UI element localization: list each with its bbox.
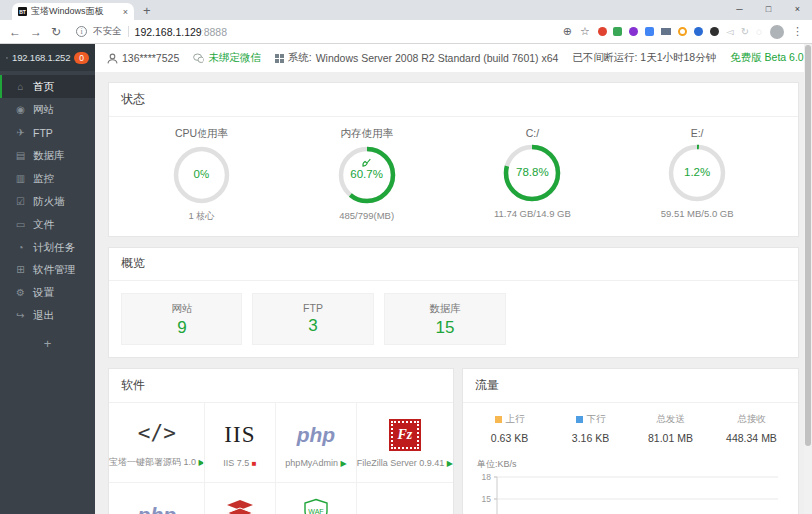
- wechat-bind-link[interactable]: 未绑定微信: [208, 51, 261, 65]
- overview-stat-数据库[interactable]: 数据库 15: [384, 293, 506, 345]
- wechat-bind[interactable]: 未绑定微信: [193, 51, 261, 65]
- sidebar-item-label: FTP: [33, 127, 53, 139]
- software-item[interactable]: Fz FileZilla Server 0.9.41 ▶: [357, 403, 453, 483]
- filezilla-icon: Fz: [391, 421, 419, 449]
- extension-icon[interactable]: [598, 27, 607, 36]
- software-name: IIS 7.5 ■: [223, 458, 256, 468]
- sidebar-item-计划任务[interactable]: ◔ 计划任务: [0, 236, 95, 258]
- stat-value: 15: [385, 318, 505, 338]
- software-item[interactable]: php phpMyAdmin ▶: [276, 403, 357, 483]
- server-selector[interactable]: 192.168.1.252 0: [0, 44, 95, 71]
- forward-icon[interactable]: →: [30, 25, 42, 39]
- legend-label: 总发送: [656, 413, 685, 426]
- sidebar-item-防火墙[interactable]: ☑ 防火墙: [0, 190, 95, 213]
- message-badge[interactable]: 0: [74, 52, 89, 64]
- sidebar-item-数据库[interactable]: ▤ 数据库: [0, 144, 95, 167]
- user-account[interactable]: 136****7525: [107, 52, 179, 64]
- sidebar-item-首页[interactable]: ⌂ 首页: [0, 75, 95, 98]
- minimize-button[interactable]: ─: [725, 0, 754, 19]
- svg-text:15: 15: [482, 494, 492, 504]
- server-ip: 192.168.1.252: [12, 52, 70, 63]
- stat-label: FTP: [253, 302, 373, 314]
- running-icon: ▶: [199, 458, 204, 467]
- software-item[interactable]: WAF 宝塔IIS防火墙 1.0 ▶: [276, 483, 357, 514]
- window-controls: ─ □ ×: [725, 0, 812, 19]
- legend-item: 上行 0.63 KB: [469, 413, 550, 444]
- software-name: FileZilla Server 0.9.41 ▶: [357, 458, 453, 468]
- extension-icon[interactable]: [661, 28, 671, 35]
- sidebar-item-FTP[interactable]: ✈ FTP: [0, 121, 95, 144]
- overview-title: 概览: [109, 248, 798, 281]
- toolbar-right: ⊕ ☆ ◅↻◌ ⋮: [563, 25, 803, 39]
- sidebar-item-网站[interactable]: ◉ 网站: [0, 98, 95, 121]
- svg-text:WAF: WAF: [308, 508, 323, 514]
- software-item[interactable]: php PHP-5.2 ▶: [109, 483, 205, 514]
- system-label: 系统:: [288, 51, 312, 65]
- sidebar-item-label: 数据库: [33, 149, 65, 163]
- browser-tab[interactable]: BT 宝塔Windows面板 ×: [12, 3, 134, 20]
- extension-icon[interactable]: [613, 27, 622, 36]
- add-server-button[interactable]: +: [0, 336, 95, 351]
- sidebar-item-文件[interactable]: ▭ 文件: [0, 213, 95, 236]
- dashboard-content: 状态 CPU使用率 0% 1 核心 内存使用率 60.7% 485/799(MB…: [95, 72, 812, 514]
- sidebar-item-软件管理[interactable]: ⊞ 软件管理: [0, 258, 95, 281]
- gauge-value: 1.2%: [668, 166, 726, 178]
- extension-icon[interactable]: [645, 27, 654, 36]
- sidebar-item-label: 文件: [33, 218, 54, 232]
- scrollbar-thumb[interactable]: [805, 45, 811, 446]
- maximize-button[interactable]: □: [754, 0, 783, 19]
- zoom-icon[interactable]: ⊕: [563, 25, 572, 38]
- bookmark-star-icon[interactable]: ☆: [580, 25, 590, 38]
- legend-value: 3.16 KB: [550, 432, 630, 444]
- stat-value: 9: [122, 318, 241, 338]
- wechat-icon: [193, 53, 204, 64]
- software-item[interactable]: redis 1.0 ▶: [205, 483, 276, 514]
- sidebar-item-监控[interactable]: ▥ 监控: [0, 167, 95, 190]
- extension-icon[interactable]: [710, 27, 719, 36]
- extension-icon[interactable]: [629, 27, 638, 36]
- close-button[interactable]: ×: [783, 0, 812, 19]
- firewall-icon: ☑: [15, 196, 26, 207]
- extension-icon[interactable]: ↻: [741, 27, 749, 36]
- gauge-detail: 11.74 GB/14.9 GB: [467, 208, 597, 219]
- software-card: 软件 </> 宝塔一键部署源码 1.0 ▶ IIS IIS 7.5 ■ php …: [108, 368, 454, 514]
- files-icon: ▭: [15, 219, 26, 230]
- tab-close-icon[interactable]: ×: [123, 7, 128, 17]
- sidebar-item-label: 监控: [33, 172, 54, 186]
- url-text: 192.168.1.129:8888: [135, 26, 227, 38]
- chart-unit-label: 单位:KB/s: [477, 458, 798, 471]
- gauge-E:/: E:/ 1.2% 59.51 MB/5.0 GB: [632, 127, 762, 223]
- php-icon: php: [297, 423, 335, 447]
- browser-toolbar: ← → ↻ i 不安全 192.168.1.129:8888 ⊕ ☆ ◅↻◌ ⋮: [0, 20, 812, 44]
- address-bar[interactable]: i 不安全 192.168.1.129:8888: [70, 24, 554, 39]
- extension-icon[interactable]: [678, 27, 687, 36]
- gauge-ring: 60.7%: [338, 146, 396, 204]
- sidebar-item-label: 退出: [33, 309, 54, 323]
- sidebar-item-设置[interactable]: ⚙ 设置: [0, 281, 95, 304]
- iis-icon: IIS: [224, 422, 255, 448]
- chrome-menu-icon[interactable]: ⋮: [792, 25, 803, 38]
- running-icon: ▶: [447, 459, 453, 468]
- extension-icon[interactable]: ◌: [756, 27, 762, 36]
- reload-icon[interactable]: ↻: [51, 25, 61, 39]
- extension-icon[interactable]: [694, 27, 703, 36]
- overview-stat-网站[interactable]: 网站 9: [121, 293, 242, 345]
- sidebar-item-label: 软件管理: [33, 263, 75, 277]
- software-name: 宝塔一键部署源码 1.0 ▶: [109, 456, 204, 469]
- overview-stat-FTP[interactable]: FTP 3: [252, 293, 374, 345]
- header-right: 免费版 Beta 6.0.0 [找Bug奖现金哟] 更新• 修复 重启: [730, 51, 812, 65]
- profile-avatar[interactable]: [770, 25, 784, 39]
- ftp-icon: ✈: [15, 127, 26, 138]
- empty-cell: [357, 483, 453, 514]
- new-tab-button[interactable]: +: [143, 3, 151, 18]
- username: 136****7525: [122, 52, 179, 64]
- tab-title: 宝塔Windows面板: [31, 5, 119, 18]
- user-icon: [107, 53, 118, 64]
- home-icon: ⌂: [15, 81, 26, 92]
- sidebar-item-退出[interactable]: ↪ 退出: [0, 304, 95, 327]
- back-icon[interactable]: ←: [9, 25, 21, 39]
- software-item[interactable]: </> 宝塔一键部署源码 1.0 ▶: [109, 403, 205, 483]
- extension-icon[interactable]: ◅: [726, 27, 734, 36]
- info-icon[interactable]: i: [76, 26, 87, 37]
- software-item[interactable]: IIS IIS 7.5 ■: [205, 403, 276, 483]
